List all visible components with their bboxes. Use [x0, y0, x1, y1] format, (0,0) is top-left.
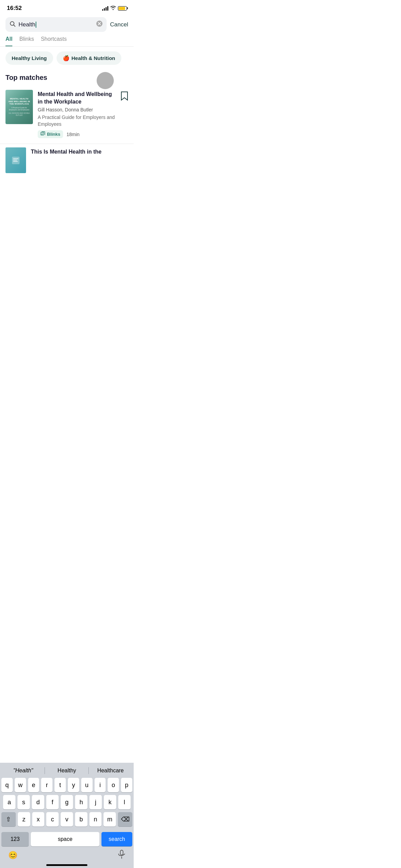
book-meta-1: Blinks 18min: [38, 130, 116, 138]
book-cover-2: [5, 147, 26, 173]
book-desc-1: A Practical Guide for Employers and Empl…: [38, 114, 116, 128]
book-title-2: This Is Mental Health in the: [31, 148, 128, 156]
battery-icon: [118, 6, 127, 11]
svg-rect-3: [12, 157, 20, 164]
search-container: Health Cancel: [0, 14, 134, 35]
book-title-1: Mental Health and Wellbeing in the Workp…: [38, 91, 116, 105]
signal-icon: [102, 6, 108, 11]
wifi-icon: [110, 6, 116, 11]
blinks-badge-1: Blinks: [38, 130, 63, 138]
search-bar[interactable]: Health: [5, 17, 107, 32]
top-matches-heading: Top matches: [0, 70, 134, 86]
blinks-icon: [40, 131, 45, 137]
search-input[interactable]: Health: [19, 21, 94, 28]
text-cursor: [36, 22, 36, 28]
book-author-1: Gill Hasson, Donna Butler: [38, 107, 116, 112]
status-bar: 16:52: [0, 0, 134, 14]
status-icons: [102, 6, 127, 11]
cancel-button[interactable]: Cancel: [110, 21, 128, 28]
tab-blinks[interactable]: Blinks: [19, 36, 34, 46]
book-info-2: This Is Mental Health in the: [31, 147, 128, 157]
book-result-2[interactable]: This Is Mental Health in the: [0, 144, 134, 173]
apple-icon: 🍎: [63, 55, 70, 61]
tab-all[interactable]: All: [5, 36, 12, 46]
bookmark-button-1[interactable]: [121, 90, 128, 102]
clear-button[interactable]: [96, 21, 102, 28]
search-icon: [10, 21, 16, 28]
category-health-nutrition[interactable]: 🍎 Health & Nutrition: [57, 51, 122, 65]
book-info-1: Mental Health and Wellbeing in the Workp…: [38, 90, 116, 138]
book-cover-1: MENTAL HEALTH AND WELLBEING IN THE WORKP…: [5, 90, 33, 124]
category-healthy-living[interactable]: Healthy Living: [5, 51, 53, 65]
status-time: 16:52: [7, 5, 22, 12]
tab-shortcasts[interactable]: Shortcasts: [41, 36, 67, 46]
book-result-1[interactable]: MENTAL HEALTH AND WELLBEING IN THE WORKP…: [0, 86, 134, 144]
book-duration-1: 18min: [66, 132, 80, 137]
categories-row: Healthy Living 🍎 Health & Nutrition: [0, 47, 134, 70]
tabs: All Blinks Shortcasts: [0, 35, 134, 47]
